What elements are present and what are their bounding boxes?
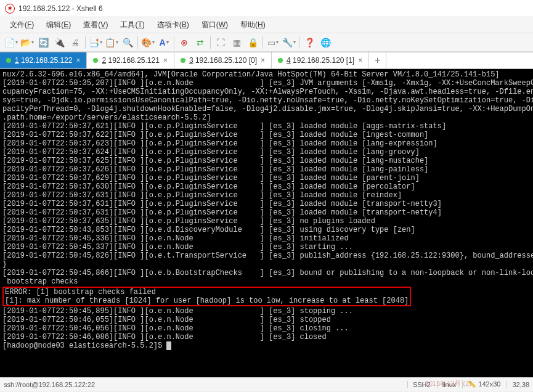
menu-e[interactable]: 编辑(E) xyxy=(41,18,76,32)
tab-label: 1 192.168.25.122 xyxy=(15,56,72,65)
transparency-button[interactable]: ▦ xyxy=(229,35,244,50)
menu-b[interactable]: 选项卡(B) xyxy=(152,18,194,32)
session-tab-2[interactable]: 2 192.168.25.121× xyxy=(87,52,174,68)
find-button[interactable]: 🔍 xyxy=(120,35,135,50)
disconnect-button[interactable]: 🔌 xyxy=(52,35,67,50)
menu-w[interactable]: 窗口(W) xyxy=(197,18,233,32)
menu-v[interactable]: 查看(V) xyxy=(78,18,113,32)
window-title: 192.168.25.122 - Xshell 6 xyxy=(18,4,103,13)
app-icon: ✶ xyxy=(5,4,15,14)
tab-label: 3 192.168.25.120 [0] xyxy=(189,56,257,65)
toolbar-sep-5 xyxy=(262,36,263,49)
connection-dot-icon xyxy=(181,58,185,63)
status-size: 📏 142x30 xyxy=(462,380,500,388)
globe-button[interactable]: 🌐 xyxy=(318,35,333,50)
menu-bar: 文件(F)编辑(E)查看(V)工具(T)选项卡(B)窗口(W)帮助(H) xyxy=(0,17,533,33)
toolbar: 📄 📂 🔄 🔌 🖨 📑 📋 🔍 🎨 A ⊗ ⇄ ⛶ ▦ 🔒 ▭ 🔧 ❓ 🌐 xyxy=(0,33,533,52)
help-button[interactable]: ❓ xyxy=(302,35,317,50)
print-button[interactable]: 🖨 xyxy=(68,35,83,50)
tools-button[interactable]: 🔧 xyxy=(282,35,296,50)
xagent-button[interactable]: ⊗ xyxy=(177,35,192,50)
title-bar: ✶ 192.168.25.122 - Xshell 6 xyxy=(0,0,533,17)
close-tab-icon[interactable]: × xyxy=(163,56,168,65)
fullscreen-button[interactable]: ⛶ xyxy=(213,35,228,50)
new-session-button[interactable]: 📄 xyxy=(4,35,18,50)
open-button[interactable]: 📂 xyxy=(20,35,35,50)
close-tab-icon[interactable]: × xyxy=(261,56,265,65)
close-tab-icon[interactable]: × xyxy=(358,56,362,65)
session-tab-4[interactable]: 4 192.168.25.120 [1]× xyxy=(272,52,369,68)
xftp-button[interactable]: ⇄ xyxy=(193,35,208,50)
status-bar: ssh://root@192.168.25.122:22 SSH2 linux … xyxy=(0,377,533,391)
toolbar-sep-4 xyxy=(210,36,211,49)
terminal-cursor xyxy=(166,341,171,350)
session-tab-1[interactable]: 1 192.168.25.122× xyxy=(0,52,87,68)
toolbar-sep-3 xyxy=(174,36,174,49)
menu-f[interactable]: 文件(F) xyxy=(5,18,39,32)
add-tab-button[interactable]: + xyxy=(369,52,386,68)
connection-dot-icon xyxy=(93,58,98,63)
tab-label: 2 192.168.25.121 xyxy=(102,56,159,65)
menu-t[interactable]: 工具(T) xyxy=(115,18,149,32)
terminal-output[interactable]: nux/2.6.32-696.el6.x86_64/amd64], JVM[Or… xyxy=(0,69,533,377)
tab-label: 4 192.168.25.120 [1] xyxy=(287,56,354,65)
lock-button[interactable]: 🔒 xyxy=(245,35,260,50)
layout-button[interactable]: ▭ xyxy=(266,35,280,50)
session-tab-3[interactable]: 3 192.168.25.120 [0]× xyxy=(174,52,272,68)
close-tab-icon[interactable]: × xyxy=(76,56,80,65)
connection-dot-icon xyxy=(278,58,283,63)
font-button[interactable]: A xyxy=(157,35,171,50)
toolbar-sep-6 xyxy=(299,36,299,49)
toolbar-sep xyxy=(85,36,86,49)
status-cursor-pos: 32,38 xyxy=(507,381,529,388)
status-protocol: SSH2 xyxy=(407,381,431,388)
connection-dot-icon xyxy=(6,58,11,63)
reconnect-button[interactable]: 🔄 xyxy=(36,35,51,50)
paste-button[interactable]: 📋 xyxy=(104,35,119,50)
copy-button[interactable]: 📑 xyxy=(88,35,103,50)
menu-h[interactable]: 帮助(H) xyxy=(235,18,271,32)
error-highlight: ERROR: [1] bootstrap checks failed [1]: … xyxy=(2,287,411,306)
color-button[interactable]: 🎨 xyxy=(140,35,155,50)
status-os: linux xyxy=(437,381,457,388)
status-connection: ssh://root@192.168.25.122:22 xyxy=(4,381,407,388)
toolbar-sep-2 xyxy=(137,36,138,49)
tab-bar: 1 192.168.25.122×2 192.168.25.121×3 192.… xyxy=(0,52,533,69)
